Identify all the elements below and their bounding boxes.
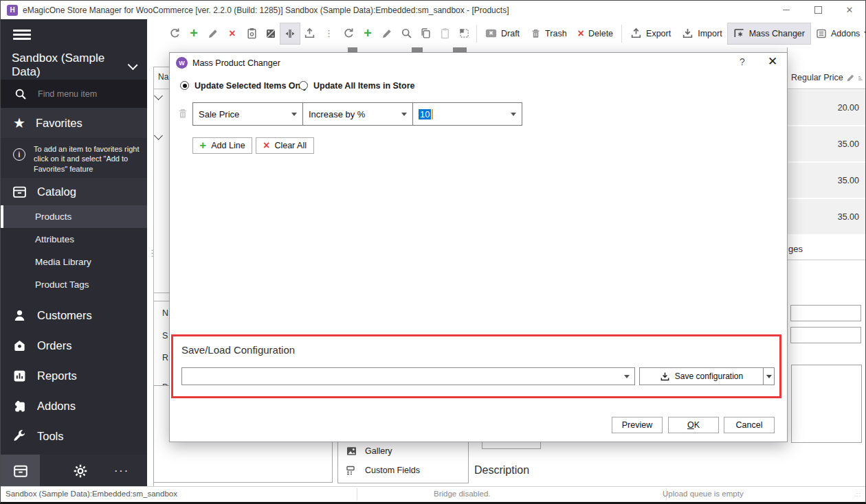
addons-puzzle-icon: [12, 399, 27, 413]
price-cell[interactable]: 35.00: [788, 199, 865, 234]
catalog-tab-button[interactable]: [1, 455, 40, 487]
split-columns-button[interactable]: [280, 23, 300, 44]
sidebar-item-products[interactable]: Products: [1, 205, 147, 228]
save-configuration-button[interactable]: Save configuration: [639, 367, 764, 385]
form-textarea-fragment[interactable]: [791, 365, 862, 443]
refresh-button[interactable]: [165, 23, 184, 44]
paste-button[interactable]: [435, 23, 454, 44]
form-input-fragment[interactable]: [790, 305, 861, 321]
configuration-dropdown[interactable]: [181, 367, 635, 385]
import-button[interactable]: Import: [676, 23, 727, 44]
ok-button[interactable]: OK: [668, 417, 719, 433]
sidebar: Sandbox (Sample Data) ★ Favorites i To a…: [1, 19, 147, 487]
catalog-icon: [13, 463, 28, 479]
save-configuration-dropdown-button[interactable]: [763, 367, 775, 385]
search-button[interactable]: [397, 23, 416, 44]
sidebar-section-reports[interactable]: Reports: [1, 360, 147, 391]
add-button[interactable]: +: [184, 23, 203, 44]
radio-update-selected-label[interactable]: Update Selected Items Only: [195, 81, 308, 91]
dialog-close-button[interactable]: ✕: [764, 54, 781, 69]
woocommerce-dialog-icon: W: [176, 57, 188, 69]
radio-update-all-label[interactable]: Update All Items in Store: [313, 81, 414, 91]
close-button[interactable]: ✕: [834, 1, 865, 19]
status-bridge: Bridge disabled.: [434, 490, 490, 498]
tools-label: Tools: [37, 430, 64, 443]
mass-product-changer-dialog: W Mass Product Changer ? ✕ Update Select…: [169, 52, 788, 442]
preview-button[interactable]: Preview: [612, 417, 663, 433]
refresh-button-2[interactable]: [339, 23, 358, 44]
sidebar-search[interactable]: [1, 80, 147, 108]
sidebar-section-catalog[interactable]: Catalog: [1, 178, 147, 205]
sidebar-section-orders[interactable]: Orders: [1, 330, 147, 360]
price-cell[interactable]: 35.00: [788, 163, 865, 198]
gallery-tab[interactable]: Gallery: [346, 446, 392, 457]
delete-button[interactable]: × Delete: [573, 23, 619, 44]
radio-update-selected[interactable]: [180, 81, 189, 90]
paste-icon: [439, 27, 451, 39]
resize-grip[interactable]: .::: [854, 491, 861, 498]
hamburger-menu-button[interactable]: [1, 19, 147, 50]
copy-button[interactable]: [416, 23, 435, 44]
settings-button[interactable]: [73, 463, 88, 479]
regular-price-column-header[interactable]: Regular Price: [788, 67, 865, 89]
images-tab-fragment[interactable]: ges: [788, 244, 803, 254]
addons-button[interactable]: Addons: [810, 23, 866, 44]
amount-combobox[interactable]: 10: [412, 102, 522, 126]
customers-label: Customers: [37, 309, 92, 322]
mass-changer-button[interactable]: Mass Changer: [728, 23, 810, 44]
field-dropdown-value: Sale Price: [199, 109, 239, 119]
radio-update-all[interactable]: [299, 81, 308, 90]
chevron-down-icon: [766, 375, 772, 378]
chevron-down-icon: [401, 113, 407, 116]
remove-line-button[interactable]: [177, 108, 188, 119]
image-adjust-button[interactable]: [261, 23, 280, 44]
price-cell[interactable]: 35.00: [788, 126, 865, 161]
clipboard-eye-icon: [246, 27, 258, 39]
x-icon: ×: [263, 139, 269, 152]
custom-fields-tab[interactable]: Custom Fields: [346, 465, 420, 476]
price-value: 35.00: [838, 212, 859, 222]
edit-button-2[interactable]: [377, 23, 397, 44]
add-button-2[interactable]: +: [358, 23, 377, 44]
sidebar-item-media-library[interactable]: Media Library: [1, 251, 147, 273]
ok-label: O: [687, 420, 694, 430]
draft-button[interactable]: Draft: [480, 23, 525, 44]
toolbar-drag-handle[interactable]: ⋮: [324, 28, 333, 38]
field-dropdown[interactable]: Sale Price: [192, 102, 303, 126]
more-button[interactable]: ···: [114, 465, 129, 477]
trash-button[interactable]: Trash: [525, 23, 573, 44]
main-toolbar: + × ⋮ + Draft Trash × Delete Export: [147, 19, 865, 47]
name-column-header[interactable]: Na: [158, 72, 168, 82]
splitter-grip-icon[interactable]: ⋮: [148, 248, 157, 258]
plus-icon: +: [190, 25, 198, 41]
edit-button[interactable]: [203, 23, 223, 44]
form-input-fragment[interactable]: [790, 327, 861, 343]
titlebar: H eMagicOne Store Manager for WooCommerc…: [1, 1, 865, 19]
paste-special-button[interactable]: [454, 23, 474, 44]
preview-clipboard-button[interactable]: [242, 23, 261, 44]
minimize-button[interactable]: [770, 1, 802, 19]
dialog-help-button[interactable]: ?: [735, 56, 750, 67]
search-icon: [14, 88, 27, 100]
sidebar-section-favorites[interactable]: ★ Favorites: [1, 108, 147, 138]
remove-button[interactable]: ×: [223, 23, 242, 44]
sidebar-section-addons[interactable]: Addons: [1, 391, 147, 421]
operation-dropdown[interactable]: Increase by %: [302, 102, 413, 126]
store-selector[interactable]: Sandbox (Sample Data): [1, 50, 147, 80]
price-cell[interactable]: 20.00: [788, 90, 865, 125]
sidebar-item-attributes[interactable]: Attributes: [1, 228, 147, 251]
save-configuration-label: Save configuration: [675, 371, 743, 381]
sidebar-section-tools[interactable]: Tools: [1, 421, 147, 451]
cancel-button[interactable]: Cancel: [724, 417, 775, 433]
plus-icon: +: [364, 25, 372, 41]
maximize-button[interactable]: [802, 1, 834, 19]
export-button[interactable]: Export: [625, 23, 676, 44]
sidebar-section-customers[interactable]: Customers: [1, 300, 147, 330]
upload-button[interactable]: [300, 23, 319, 44]
menu-search-input[interactable]: [36, 89, 122, 100]
add-line-button[interactable]: + Add Line: [192, 137, 252, 154]
status-upload-queue: Upload queue is empty: [663, 490, 744, 498]
sidebar-item-product-tags[interactable]: Product Tags: [1, 273, 147, 296]
customers-icon: [12, 308, 27, 323]
clear-all-button[interactable]: × Clear All: [256, 137, 314, 154]
